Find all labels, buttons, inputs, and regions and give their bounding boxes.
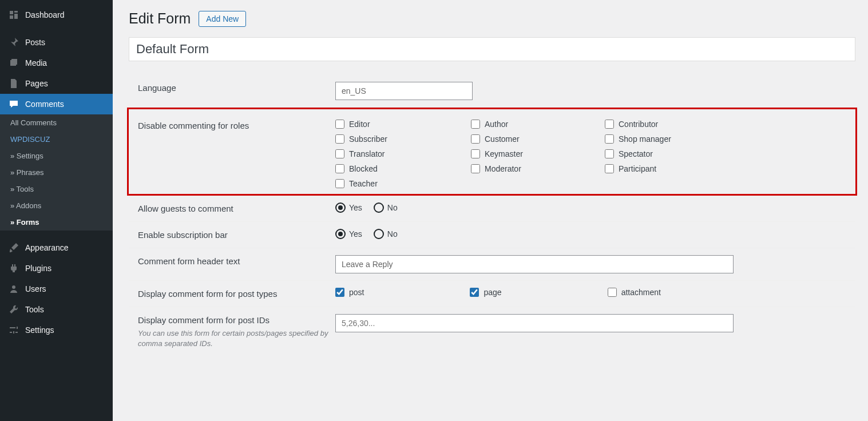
role-checkbox-translator[interactable]: Translator: [335, 149, 470, 158]
post-ids-label: Display comment form for post IDs: [138, 314, 335, 326]
brush-icon: [8, 242, 19, 253]
role-checkbox-contributor[interactable]: Contributor: [605, 120, 738, 129]
sidebar-label: Posts: [25, 38, 45, 47]
sidebar-item-tools[interactable]: Tools: [0, 299, 113, 320]
admin-sidebar: Dashboard Posts Media Pages Comments All…: [0, 0, 113, 421]
sidebar-item-pages[interactable]: Pages: [0, 73, 113, 94]
roles-grid: Editor Author Contributor Subscriber Cus…: [335, 120, 846, 188]
sidebar-item-appearance[interactable]: Appearance: [0, 237, 113, 258]
highlighted-section: Disable commenting for roles Editor Auth…: [127, 108, 857, 196]
row-allow-guests: Allow guests to comment Yes No: [129, 196, 855, 222]
radio-sub-yes[interactable]: Yes: [335, 229, 362, 239]
posttype-checkbox-post[interactable]: post: [335, 288, 364, 297]
row-enable-subscription: Enable subscription bar Yes No: [129, 222, 855, 248]
sidebar-sub-wpdiscuz[interactable]: WPDISCUZ: [0, 131, 113, 148]
sidebar-sub-addons[interactable]: » Addons: [0, 197, 113, 214]
svg-point-0: [12, 285, 15, 289]
post-ids-desc: You can use this form for certain posts/…: [138, 328, 335, 349]
sidebar-sub-settings[interactable]: » Settings: [0, 148, 113, 164]
role-checkbox-blocked[interactable]: Blocked: [335, 164, 470, 173]
comment-icon: [8, 98, 19, 110]
sidebar-label: Appearance: [25, 243, 69, 252]
row-language: Language: [129, 75, 855, 108]
role-checkbox-shop-manager[interactable]: Shop manager: [605, 134, 738, 144]
row-header-text: Comment form header text: [129, 248, 855, 281]
posttype-checkbox-attachment[interactable]: attachment: [608, 288, 661, 297]
main-content: Edit Form Add New Default Form Language …: [113, 0, 868, 366]
users-icon: [8, 283, 19, 295]
sidebar-label: Settings: [25, 325, 54, 335]
sidebar-item-comments[interactable]: Comments: [0, 94, 113, 114]
radio-icon: [374, 202, 384, 213]
posttype-checkbox-page[interactable]: page: [470, 288, 501, 297]
pin-icon: [8, 37, 19, 48]
radio-sub-no[interactable]: No: [374, 229, 398, 239]
disable-roles-label: Disable commenting for roles: [138, 120, 335, 188]
sidebar-item-posts[interactable]: Posts: [0, 32, 113, 53]
enable-sub-label: Enable subscription bar: [138, 229, 335, 241]
sidebar-item-plugins[interactable]: Plugins: [0, 258, 113, 279]
header-text-label: Comment form header text: [138, 255, 335, 267]
sidebar-sub-forms[interactable]: » Forms: [0, 214, 113, 231]
page-icon: [8, 78, 19, 89]
sliders-icon: [8, 324, 19, 336]
sidebar-label: Comments: [25, 100, 64, 109]
radio-icon: [374, 229, 384, 239]
sidebar-item-users[interactable]: Users: [0, 279, 113, 299]
language-label: Language: [138, 82, 335, 94]
sidebar-label: Users: [25, 284, 46, 293]
sidebar-label: Dashboard: [25, 10, 65, 19]
sidebar-item-settings[interactable]: Settings: [0, 320, 113, 340]
row-post-ids: Display comment form for post IDs You ca…: [129, 307, 855, 356]
role-checkbox-author[interactable]: Author: [471, 120, 604, 129]
plug-icon: [8, 263, 19, 274]
sidebar-sub-all-comments[interactable]: All Comments: [0, 114, 113, 131]
sidebar-label: Plugins: [25, 264, 51, 273]
add-new-button[interactable]: Add New: [199, 11, 246, 27]
header-text-input[interactable]: [335, 255, 734, 273]
language-input[interactable]: [335, 82, 473, 100]
role-checkbox-subscriber[interactable]: Subscriber: [335, 134, 470, 144]
dashboard-icon: [8, 9, 19, 21]
allow-guests-label: Allow guests to comment: [138, 202, 335, 215]
sidebar-label: Media: [25, 58, 47, 67]
sidebar-sub-phrases[interactable]: » Phrases: [0, 164, 113, 181]
sidebar-item-dashboard[interactable]: Dashboard: [0, 5, 113, 25]
radio-icon: [335, 202, 346, 213]
post-ids-input[interactable]: [335, 314, 734, 332]
role-checkbox-spectator[interactable]: Spectator: [605, 149, 738, 158]
radio-guests-no[interactable]: No: [374, 202, 398, 213]
form-name-input[interactable]: Default Form: [129, 37, 855, 61]
media-icon: [8, 57, 19, 69]
role-checkbox-editor[interactable]: Editor: [335, 120, 470, 129]
role-checkbox-customer[interactable]: Customer: [471, 134, 604, 144]
sidebar-sub-tools[interactable]: » Tools: [0, 181, 113, 197]
page-title: Edit Form: [129, 10, 191, 27]
sidebar-item-media[interactable]: Media: [0, 53, 113, 73]
row-post-types: Display comment form for post types post…: [129, 281, 855, 307]
sidebar-label: Pages: [25, 79, 48, 88]
wrench-icon: [8, 304, 19, 315]
role-checkbox-keymaster[interactable]: Keymaster: [471, 149, 604, 158]
role-checkbox-moderator[interactable]: Moderator: [471, 164, 604, 173]
role-checkbox-participant[interactable]: Participant: [605, 164, 738, 173]
role-checkbox-teacher[interactable]: Teacher: [335, 179, 470, 188]
radio-icon: [335, 229, 346, 239]
post-types-label: Display comment form for post types: [138, 288, 335, 300]
radio-guests-yes[interactable]: Yes: [335, 202, 362, 213]
sidebar-label: Tools: [25, 305, 44, 314]
